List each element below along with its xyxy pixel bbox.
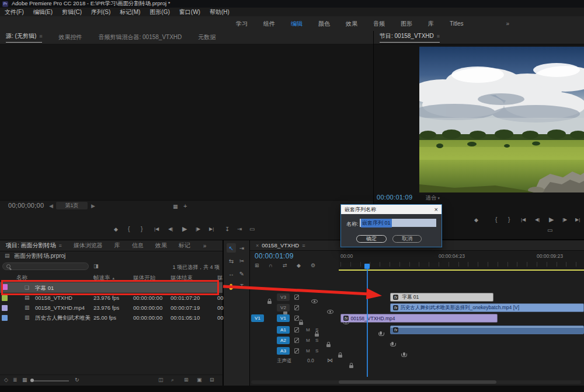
project-home-icon[interactable]: ▤: [5, 253, 10, 258]
source-button-editor-icon[interactable]: +: [183, 203, 187, 209]
page-prev-icon[interactable]: ◀: [49, 204, 53, 209]
v1-lock-icon[interactable]: [299, 322, 303, 325]
program-step-forward-icon[interactable]: |▶: [562, 218, 567, 222]
table-row-video2[interactable]: ▥ 历史古人舞剑武术唯美 25.00 fps 00:00:00:00 00:01…: [0, 313, 223, 323]
v3-lock-icon[interactable]: [267, 301, 272, 304]
menu-window[interactable]: 窗口(W): [179, 8, 200, 16]
tab-effects[interactable]: 效果: [155, 242, 167, 250]
selection-tool[interactable]: ↖: [227, 243, 236, 253]
clip-audio[interactable]: fx: [390, 326, 584, 334]
a3-lock-icon[interactable]: [338, 355, 342, 358]
a1-voiceover-icon[interactable]: [380, 331, 382, 335]
tab-info[interactable]: 信息: [132, 242, 144, 250]
source-overwrite-icon[interactable]: ⇥: [237, 226, 242, 232]
a2-mute-button[interactable]: M: [306, 338, 310, 343]
pen-tool[interactable]: ✎: [237, 269, 246, 278]
work-area-bar[interactable]: [339, 270, 584, 271]
tab-audio-clip-mixer[interactable]: 音频剪辑混合器: 00158_VTXHD: [98, 33, 182, 41]
workspace-tab-assembly[interactable]: 组件: [263, 20, 275, 28]
v3-sync-lock-icon[interactable]: [294, 295, 299, 300]
a1-mute-button[interactable]: M: [306, 328, 310, 332]
program-timecode[interactable]: 00:00:01:09: [377, 194, 412, 201]
cancel-button[interactable]: 取消: [392, 235, 422, 243]
zoom-slider-knob[interactable]: [30, 379, 34, 382]
type-tool[interactable]: T: [237, 282, 246, 291]
source-mark-in-icon[interactable]: {: [128, 226, 130, 232]
hand-tool[interactable]: ✋: [227, 282, 236, 291]
source-step-back-icon[interactable]: ◀|: [168, 227, 173, 232]
dialog-title-bar[interactable]: 嵌套序列名称 ×: [341, 205, 442, 214]
menu-sequence[interactable]: 序列(S): [91, 8, 110, 16]
list-view-icon[interactable]: ≣: [13, 377, 18, 383]
source-settings-icon[interactable]: ▦: [173, 204, 178, 209]
source-insert-icon[interactable]: ↧: [225, 226, 230, 232]
workspace-tab-titles[interactable]: Titles: [450, 20, 464, 27]
a1-target[interactable]: A1: [277, 326, 290, 334]
tab-markers[interactable]: 标记: [179, 242, 190, 250]
slip-tool[interactable]: ↔: [227, 269, 236, 278]
a2-lock-icon[interactable]: [326, 344, 331, 347]
readonly-icon[interactable]: ◇: [4, 377, 8, 383]
tab-timeline-sequence[interactable]: 00158_VTXHD: [262, 242, 299, 249]
workspace-overflow-icon[interactable]: »: [506, 20, 510, 27]
page-next-icon[interactable]: ▶: [91, 204, 95, 209]
source-go-to-out-icon[interactable]: ▶|: [209, 227, 214, 232]
tab-program[interactable]: 节目: 00158_VTXHD ≡: [380, 32, 440, 43]
v3-target[interactable]: V3: [277, 293, 290, 301]
label-chip[interactable]: [2, 295, 8, 301]
label-chip[interactable]: [2, 315, 8, 321]
tab-metadata[interactable]: 元数据: [198, 33, 215, 41]
source-mark-out-icon[interactable]: }: [141, 226, 142, 232]
playhead-line[interactable]: [367, 268, 368, 377]
timeline-settings-icon[interactable]: ⚙: [311, 263, 315, 268]
v1-sync-lock-icon[interactable]: [294, 316, 299, 321]
tab-libraries[interactable]: 库: [114, 242, 120, 250]
a2-solo-button[interactable]: S: [315, 338, 318, 343]
menu-file[interactable]: 文件(F): [5, 8, 24, 16]
ripple-edit-tool[interactable]: ⇆: [227, 256, 236, 265]
workspace-tab-editing[interactable]: 编辑: [291, 20, 303, 28]
delete-icon[interactable]: ⊟: [210, 377, 214, 383]
table-row-video1[interactable]: ▥ 00158_VTXHD.mp4 23.976 fps 00:00:00:00…: [0, 303, 223, 313]
v2-target[interactable]: V2: [277, 304, 290, 312]
workspace-tab-effects[interactable]: 效果: [346, 20, 357, 28]
razor-tool[interactable]: ✂: [237, 256, 246, 265]
panel-overflow-icon[interactable]: »: [203, 243, 207, 249]
tab-source[interactable]: 源: (无剪辑) ≡: [6, 32, 42, 43]
program-play-icon[interactable]: ▶: [549, 216, 554, 223]
tab-close-icon[interactable]: ×: [256, 243, 259, 249]
clip-subtitle[interactable]: fx 字幕 01: [390, 293, 493, 302]
v1-source-patch[interactable]: V1: [251, 314, 264, 322]
v1-target[interactable]: V1: [277, 314, 290, 322]
master-lock-icon[interactable]: [349, 365, 353, 368]
master-level-value[interactable]: 0.0: [307, 358, 314, 363]
new-bin-icon[interactable]: ⊞: [184, 377, 189, 383]
a3-voiceover-icon[interactable]: [403, 352, 405, 356]
icon-view-icon[interactable]: ▦: [22, 377, 27, 383]
fit-timeline-icon[interactable]: ⋈: [327, 358, 333, 363]
menu-clip[interactable]: 剪辑(C): [62, 8, 82, 16]
add-marker-icon[interactable]: ◆: [297, 263, 301, 268]
a2-sync-lock-icon[interactable]: [294, 338, 299, 343]
clip-video-top[interactable]: fx 历史古人舞剑武术唯美那选择到_onekeybatch.mp4 [V]: [390, 303, 584, 312]
automate-sequence-icon[interactable]: ◫: [158, 377, 164, 383]
label-chip[interactable]: [2, 305, 8, 311]
a1-sync-lock-icon[interactable]: [294, 327, 299, 332]
panel-menu-icon[interactable]: ≡: [302, 243, 305, 249]
clip-video-bottom[interactable]: fx 00158_VTXHD.mp4: [340, 314, 498, 323]
source-timecode[interactable]: 00;00;00;00: [8, 202, 44, 209]
sort-icon[interactable]: ↻: [75, 377, 79, 383]
a2-target[interactable]: A2: [277, 337, 290, 344]
workspace-tab-audio[interactable]: 音频: [373, 20, 385, 28]
a3-sync-lock-icon[interactable]: [294, 348, 299, 354]
new-item-icon[interactable]: ▣: [197, 377, 202, 383]
source-go-to-in-icon[interactable]: |◀: [154, 227, 159, 232]
source-export-frame-icon[interactable]: ▭: [249, 226, 255, 232]
source-step-forward-icon[interactable]: |▶: [196, 227, 200, 232]
snap-icon[interactable]: ∩: [269, 263, 272, 268]
program-add-marker-icon[interactable]: ◆: [474, 218, 478, 223]
workspace-tab-learning[interactable]: 学习: [236, 20, 248, 28]
workspace-tab-libraries[interactable]: 库: [428, 20, 434, 28]
workspace-tab-color[interactable]: 颜色: [318, 20, 330, 28]
track-select-tool[interactable]: ⇥: [237, 243, 246, 253]
